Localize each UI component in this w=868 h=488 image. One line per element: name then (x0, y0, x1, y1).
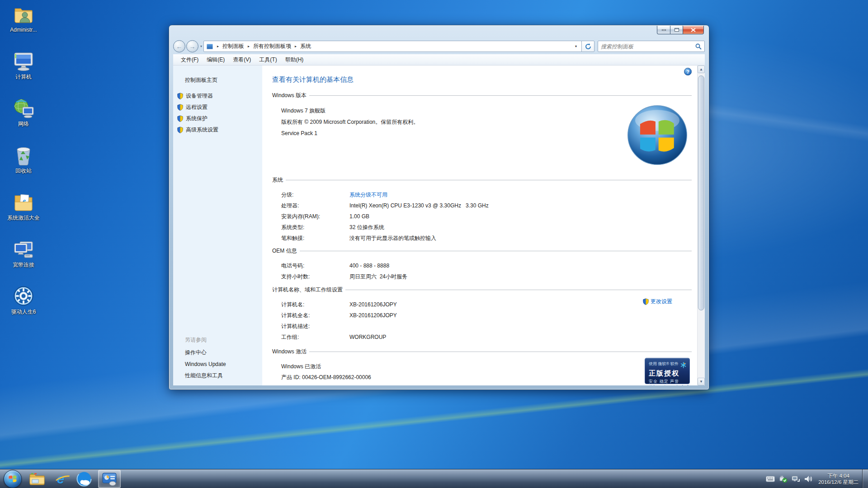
field-row: 计算机描述: (272, 321, 692, 332)
sidebar-item-label: 高级系统设置 (186, 126, 218, 134)
address-dropdown-icon[interactable]: ▾ (572, 44, 580, 48)
taskbar-browser-button[interactable] (75, 470, 94, 488)
sidebar: 控制面板主页 设备管理器 远程设置 系统保护 高级系统设置 (173, 66, 262, 385)
field-row: 计算机全名:XB-20161206JOPY (272, 310, 692, 321)
field-label: 电话号码: (281, 262, 349, 270)
desktop-background: Administr... 计算机 网络 回收站 e 系统激活大全 (0, 0, 868, 488)
taskbar-explorer-button[interactable] (28, 470, 47, 488)
scrollbar-thumb[interactable] (698, 75, 704, 310)
field-row: 工作组:WORKGROUP (272, 332, 692, 343)
sidebar-item-label: 远程设置 (186, 103, 208, 111)
address-bar[interactable]: ▸ 控制面板 ▸ 所有控制面板项 ▸ 系统 ▾ (203, 41, 582, 52)
desktop-icon-broadband[interactable]: 宽带连接 (2, 238, 45, 281)
sidebar-item-system-protection[interactable]: 系统保护 (173, 113, 262, 124)
breadcrumb-separator-icon: ▸ (295, 44, 297, 48)
desktop-icon-activation-folder[interactable]: e 系统激活大全 (2, 191, 45, 234)
main-content: ? 查看有关计算机的基本信息 Windows 版本 Windows 7 旗舰版 … (262, 66, 697, 385)
computer-name-value: XB-20161206JOPY (349, 301, 397, 308)
window-client-area: 控制面板主页 设备管理器 远程设置 系统保护 高级系统设置 (173, 66, 705, 385)
desktop-icon-driver-app[interactable]: 驱动人生6 (2, 285, 45, 328)
refresh-button[interactable] (581, 41, 594, 52)
menu-view[interactable]: 查看(V) (229, 55, 255, 65)
address-bar-row: ← → ▾ ▸ 控制面板 ▸ 所有控制面板项 ▸ 系统 ▾ (173, 39, 705, 54)
start-button[interactable] (4, 470, 22, 488)
taskbar-clock[interactable]: 下午 4:04 2016/12/6 星期二 (815, 473, 862, 485)
scroll-up-button[interactable]: ▲ (698, 66, 705, 73)
sidebar-item-action-center[interactable]: 操作中心 (173, 347, 262, 359)
breadcrumb-all-items[interactable]: 所有控制面板项 (253, 42, 292, 51)
breadcrumb-system[interactable]: 系统 (300, 42, 311, 51)
forward-button[interactable]: → (186, 40, 198, 52)
field-row: 分级:系统分级不可用 (272, 189, 692, 200)
clock-date: 2016/12/6 星期二 (818, 479, 859, 485)
desktop-icon-label: 计算机 (15, 74, 32, 80)
recycle-bin-icon (12, 144, 35, 166)
desktop-icon-recycle-bin[interactable]: 回收站 (2, 144, 45, 187)
desktop-icon-network[interactable]: 网络 (2, 97, 45, 140)
search-icon[interactable] (695, 43, 702, 50)
gear-app-icon (12, 285, 35, 307)
maximize-button[interactable] (670, 26, 683, 34)
section-header: OEM 信息 (272, 247, 297, 255)
minimize-icon (662, 29, 666, 31)
sidebar-item-device-manager[interactable]: 设备管理器 (173, 90, 262, 102)
field-label: 处理器: (281, 202, 349, 210)
sidebar-item-performance-tools[interactable]: 性能信息和工具 (173, 370, 262, 382)
help-glyph: ? (686, 69, 689, 75)
user-folder-icon (12, 3, 35, 25)
system-type-value: 32 位操作系统 (349, 224, 384, 231)
field-label: 分级: (281, 191, 349, 199)
vertical-scrollbar[interactable]: ▲ ▼ (697, 66, 705, 385)
badge-line1: 使用 微软® 软件 (649, 361, 679, 367)
taskbar-control-panel-button[interactable] (98, 470, 121, 488)
field-label: 工作组: (281, 333, 349, 341)
desktop-icon-computer[interactable]: 计算机 (2, 50, 45, 93)
activation-status-row: Windows 已激活 (272, 361, 692, 372)
input-method-keyboard-icon[interactable] (765, 474, 775, 484)
back-button[interactable]: ← (173, 40, 185, 52)
menu-tools[interactable]: 工具(T) (255, 55, 281, 65)
see-also-header: 另请参阅 (173, 334, 262, 347)
volume-icon[interactable] (803, 474, 813, 484)
menu-file[interactable]: 文件(F) (177, 55, 203, 65)
change-settings-label: 更改设置 (651, 298, 672, 305)
desktop-icon-admin-folder[interactable]: Administr... (2, 3, 45, 46)
sidebar-item-remote-settings[interactable]: 远程设置 (173, 102, 262, 113)
control-panel-icon (102, 472, 117, 486)
scroll-down-button[interactable]: ▼ (698, 378, 705, 385)
desktop-icon-column: Administr... 计算机 网络 回收站 e 系统激活大全 (2, 3, 45, 332)
section-computer-name: 计算机名称、域和工作组设置 计算机名:XB-20161206JOPY 计算机全名… (272, 286, 692, 343)
network-status-icon[interactable] (791, 474, 801, 484)
taskbar-ie-button[interactable]: e (51, 470, 70, 488)
change-settings-link[interactable]: 更改设置 (642, 298, 672, 305)
product-id-row: 产品 ID: 00426-OEM-8992662-00006 (272, 372, 692, 383)
recent-pages-dropdown[interactable]: ▾ (200, 44, 202, 48)
sidebar-item-windows-update[interactable]: Windows Update (173, 359, 262, 370)
windows-flag-icon (8, 475, 17, 483)
menu-edit[interactable]: 编辑(E) (203, 55, 229, 65)
genuine-software-badge[interactable]: 使用 微软® 软件 正版授权 安全 稳定 声誉 (645, 358, 690, 384)
computer-fullname-value: XB-20161206JOPY (349, 312, 397, 319)
uac-shield-icon (642, 298, 649, 305)
folder-ie-icon: e (12, 191, 35, 213)
field-label: 安装内存(RAM): (281, 213, 349, 221)
help-icon[interactable]: ? (684, 68, 692, 75)
minimize-button[interactable] (657, 26, 670, 34)
sidebar-item-control-panel-home[interactable]: 控制面板主页 (173, 75, 262, 86)
close-button[interactable] (683, 26, 704, 34)
rating-unavailable-link[interactable]: 系统分级不可用 (349, 191, 387, 199)
sidebar-item-advanced-settings[interactable]: 高级系统设置 (173, 124, 262, 136)
search-input[interactable] (598, 43, 695, 50)
forward-arrow-icon: → (189, 43, 196, 50)
breadcrumb-control-panel[interactable]: 控制面板 (222, 42, 245, 51)
maximize-icon (675, 28, 679, 32)
workgroup-value: WORKGROUP (349, 334, 386, 340)
back-arrow-icon: ← (176, 43, 183, 50)
usb-device-icon[interactable] (778, 474, 788, 484)
menu-help[interactable]: 帮助(H) (281, 55, 308, 65)
show-desktop-button[interactable] (862, 469, 868, 488)
activation-status: Windows 已激活 (281, 363, 321, 371)
field-label: 笔和触摸: (281, 235, 349, 242)
learn-more-link[interactable]: 联机了解更多内容 (647, 384, 691, 385)
breadcrumb-separator-icon: ▸ (217, 44, 219, 48)
